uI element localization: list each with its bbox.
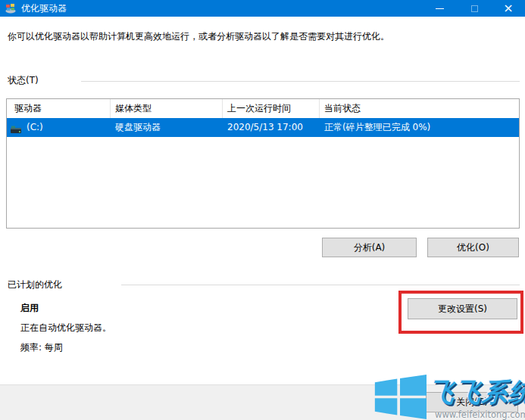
media-type-cell: 硬盘驱动器: [111, 118, 223, 137]
last-run-cell: 2020/5/13 17:00: [223, 118, 320, 137]
analyze-button[interactable]: 分析(A): [322, 238, 417, 257]
column-header-drive[interactable]: 驱动器: [7, 99, 111, 118]
drives-table: 驱动器 媒体类型 上一次运行时间 当前状态 (C:) 硬盘驱动器 2020/5/…: [6, 98, 520, 229]
scheduled-group-label: 已计划的优化: [8, 278, 62, 291]
optimize-button[interactable]: 优化(O): [427, 238, 519, 257]
change-settings-button[interactable]: 更改设置(S): [408, 298, 517, 319]
current-status-cell: 正常(碎片整理已完成 0%): [320, 118, 519, 137]
drive-cell: (C:): [7, 118, 111, 137]
scheduled-detail: 正在自动优化驱动器。: [20, 322, 111, 334]
drives-table-header: 驱动器 媒体类型 上一次运行时间 当前状态: [7, 99, 519, 118]
scheduled-frequency: 频率: 每周: [20, 341, 63, 354]
close-icon: ×: [503, 2, 513, 14]
status-group-separator: [81, 81, 520, 82]
caption-buttons: ×: [422, 0, 525, 17]
drive-letter: (C:): [27, 118, 43, 137]
column-header-current-status[interactable]: 当前状态: [320, 99, 519, 118]
drive-row-c[interactable]: (C:) 硬盘驱动器 2020/5/13 17:00 正常(碎片整理已完成 0%…: [7, 118, 519, 137]
scheduled-state: 启用: [20, 302, 39, 315]
close-dialog-button[interactable]: 关闭(C): [426, 392, 518, 412]
maximize-button: [457, 0, 492, 17]
minimize-button[interactable]: [422, 0, 457, 17]
maximize-icon: [471, 5, 478, 12]
description-text: 你可以优化驱动器以帮助计算机更高效地运行，或者分析驱动器以了解是否需要对其进行优…: [8, 30, 508, 43]
column-header-media-type[interactable]: 媒体类型: [111, 99, 223, 118]
status-group-label: 状态(T): [8, 74, 39, 87]
hard-drive-icon: [10, 123, 23, 133]
column-header-last-run[interactable]: 上一次运行时间: [223, 99, 320, 118]
optimize-drives-window: 优化驱动器 × 你可以优化驱动器以帮助计算机更高效地运行，或者分析驱动器以了解是…: [0, 0, 525, 420]
scheduled-group-separator: [121, 285, 520, 285]
defrag-app-icon: [5, 3, 16, 14]
titlebar: 优化驱动器 ×: [0, 0, 525, 17]
minimize-icon: [436, 8, 444, 9]
close-button[interactable]: ×: [492, 0, 525, 17]
window-title: 优化驱动器: [21, 2, 67, 15]
